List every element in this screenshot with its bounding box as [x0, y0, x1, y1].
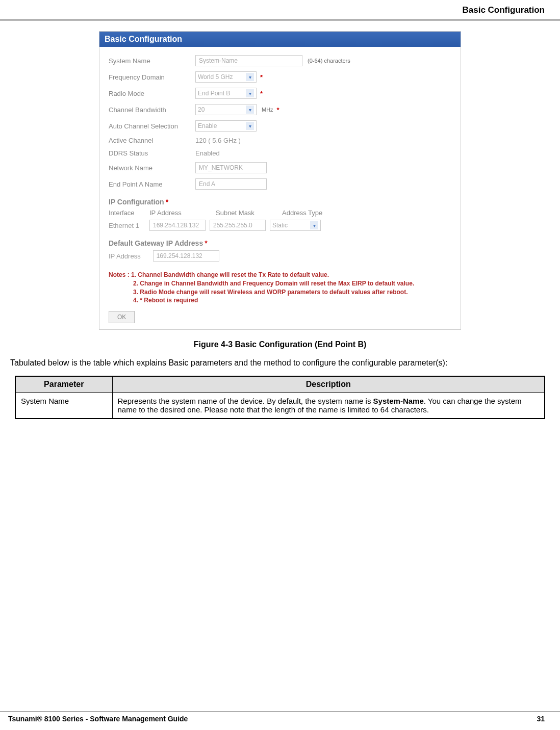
- gateway-title: Default Gateway IP Address: [109, 239, 203, 247]
- system-name-input[interactable]: [195, 55, 302, 66]
- system-name-hint: (0-64) characters: [308, 58, 350, 64]
- chevron-down-icon: ▾: [246, 122, 254, 130]
- mhz-unit: MHz: [262, 107, 273, 113]
- td-description: Represents the system name of the device…: [112, 393, 545, 419]
- required-asterisk: *: [166, 198, 168, 206]
- chevron-down-icon: ▾: [246, 106, 254, 114]
- required-asterisk: *: [260, 73, 263, 81]
- footer-left: Tsunami® 8100 Series - Software Manageme…: [8, 715, 188, 723]
- th-parameter: Parameter: [15, 376, 112, 393]
- label-system-name: System Name: [109, 57, 195, 65]
- channel-bandwidth-value: 20: [198, 106, 205, 113]
- description-text: Tabulated below is the table which expla…: [10, 358, 550, 368]
- chevron-down-icon: ▾: [246, 89, 254, 97]
- ddrs-value: Enabled: [195, 149, 220, 157]
- row-network-name: Network Name: [109, 162, 451, 173]
- iface-value: Ethernet 1: [109, 222, 145, 229]
- gateway-heading: Default Gateway IP Address*: [109, 239, 451, 247]
- endpoint-a-input[interactable]: [195, 178, 267, 190]
- notes-block: Notes : 1. Channel Bandwidth change will…: [109, 271, 451, 305]
- note-1: 1. Channel Bandwidth change will reset t…: [131, 271, 329, 278]
- gateway-ip-input[interactable]: [153, 250, 219, 262]
- h-type: Address Type: [282, 209, 348, 217]
- row-ddrs: DDRS Status Enabled: [109, 149, 451, 157]
- page-header: Basic Configuration: [0, 0, 560, 21]
- row-channel-bandwidth: Channel Bandwidth 20 ▾ MHz *: [109, 104, 451, 115]
- figure-caption: Figure 4-3 Basic Configuration (End Poin…: [0, 340, 560, 349]
- desc-part-a: Represents the system name of the device…: [118, 397, 373, 405]
- required-asterisk: *: [277, 106, 279, 114]
- note-2: 2. Change in Channel Bandwidth and Frequ…: [133, 279, 451, 288]
- ip-config-title: IP Configuration: [109, 198, 164, 206]
- page-footer: Tsunami® 8100 Series - Software Manageme…: [0, 711, 560, 723]
- label-radio-mode: Radio Mode: [109, 90, 195, 97]
- ip-address-input[interactable]: [149, 220, 206, 231]
- th-description: Description: [112, 376, 545, 393]
- label-channel-bandwidth: Channel Bandwidth: [109, 106, 195, 114]
- ip-table-header: Interface IP Address Subnet Mask Address…: [109, 209, 451, 217]
- auto-channel-select[interactable]: Enable ▾: [195, 120, 257, 132]
- ip-config-heading: IP Configuration*: [109, 198, 451, 206]
- ip-table-row: Ethernet 1 Static ▾: [109, 220, 451, 231]
- row-auto-channel: Auto Channel Selection Enable ▾: [109, 120, 451, 132]
- desc-bold: System-Name: [373, 397, 424, 405]
- gateway-label: IP Address: [109, 252, 141, 260]
- h-interface: Interface: [109, 209, 149, 217]
- auto-channel-value: Enable: [198, 122, 217, 129]
- label-network-name: Network Name: [109, 164, 195, 172]
- required-asterisk: *: [260, 90, 263, 97]
- h-mask: Subnet Mask: [216, 209, 282, 217]
- required-asterisk: *: [205, 239, 207, 247]
- panel-body: System Name (0-64) characters Frequency …: [99, 47, 461, 329]
- panel-title: Basic Configuration: [99, 32, 461, 47]
- note-3: 3. Radio Mode change will reset Wireless…: [133, 288, 451, 297]
- label-endpoint-a: End Point A Name: [109, 180, 195, 188]
- row-system-name: System Name (0-64) characters: [109, 55, 451, 66]
- row-endpoint-a: End Point A Name: [109, 178, 451, 190]
- config-panel: Basic Configuration System Name (0-64) c…: [99, 31, 461, 330]
- footer-page-number: 31: [537, 715, 545, 723]
- radio-mode-select[interactable]: End Point B ▾: [195, 88, 257, 99]
- radio-mode-value: End Point B: [198, 90, 230, 97]
- table-row: System Name Represents the system name o…: [15, 393, 545, 419]
- chevron-down-icon: ▾: [310, 221, 318, 229]
- row-radio-mode: Radio Mode End Point B ▾ *: [109, 88, 451, 99]
- notes-prefix: Notes :: [109, 271, 130, 278]
- frequency-domain-select[interactable]: World 5 GHz ▾: [195, 71, 257, 83]
- note-4: 4. * Reboot is required: [133, 296, 451, 305]
- chevron-down-icon: ▾: [246, 73, 254, 81]
- row-active-channel: Active Channel 120 ( 5.6 GHz ): [109, 137, 451, 144]
- address-type-value: Static: [272, 222, 288, 229]
- label-active-channel: Active Channel: [109, 137, 195, 144]
- row-frequency-domain: Frequency Domain World 5 GHz ▾ *: [109, 71, 451, 83]
- label-ddrs: DDRS Status: [109, 149, 195, 157]
- subnet-mask-input[interactable]: [210, 220, 266, 231]
- network-name-input[interactable]: [195, 162, 267, 173]
- label-auto-channel: Auto Channel Selection: [109, 122, 195, 130]
- table-header-row: Parameter Description: [15, 376, 545, 393]
- address-type-select[interactable]: Static ▾: [270, 220, 321, 231]
- active-channel-value: 120 ( 5.6 GHz ): [195, 137, 241, 144]
- page-header-title: Basic Configuration: [462, 5, 545, 15]
- td-parameter: System Name: [15, 393, 112, 419]
- parameter-table: Parameter Description System Name Repres…: [15, 376, 545, 419]
- h-ip: IP Address: [149, 209, 216, 217]
- frequency-domain-value: World 5 GHz: [198, 73, 233, 81]
- channel-bandwidth-select[interactable]: 20 ▾: [195, 104, 257, 115]
- ok-button[interactable]: OK: [109, 311, 135, 323]
- gateway-row: IP Address: [109, 250, 451, 262]
- label-frequency-domain: Frequency Domain: [109, 73, 195, 81]
